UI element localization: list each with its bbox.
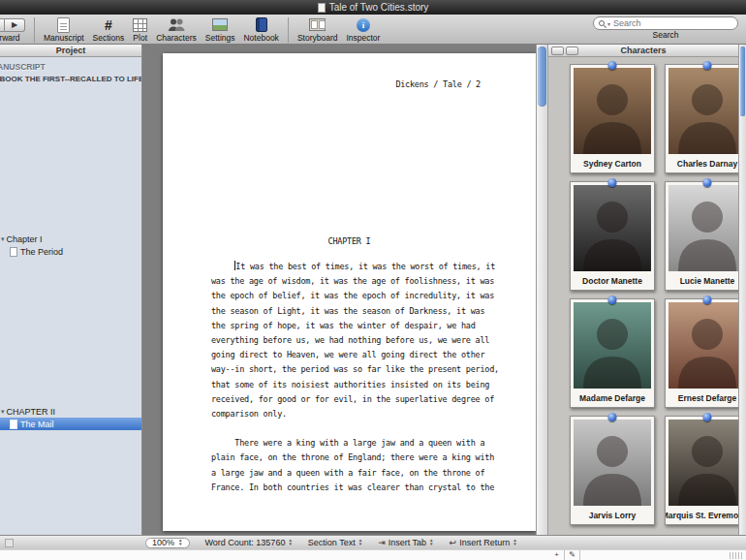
characters-pane-header: Characters — [548, 45, 738, 57]
pushpin-icon — [608, 413, 617, 421]
character-name: Charles Darnay — [666, 154, 738, 172]
character-name: Doctor Manette — [571, 271, 654, 290]
search-menu-icon[interactable]: ▾ — [607, 20, 610, 27]
add-character-button[interactable]: + — [549, 550, 565, 560]
toolbar: ◀ ▶ Forward Manuscript # Sections Plot — [0, 15, 746, 45]
insert-tab-menu[interactable]: ⇥ Insert Tab ▲▼ — [378, 538, 433, 547]
characters-panel: Characters Sydney CartonCharles DarnayDo… — [548, 45, 738, 535]
toolbar-separator — [34, 17, 35, 43]
forward-button[interactable]: ▶ — [5, 18, 25, 32]
text-line: a large jaw and a queen with a fair face… — [211, 466, 482, 481]
search-field[interactable]: ▾ — [593, 16, 738, 30]
zoom-value: 100% — [152, 538, 174, 547]
section-style-menu[interactable]: Section Text ▲▼ — [308, 538, 362, 547]
pushpin-icon — [703, 61, 712, 70]
character-name: Marquis St. Evremonde — [666, 506, 738, 524]
text-line: It was the best of times, it was the wor… — [211, 260, 482, 274]
storyboard-button[interactable]: Storyboard — [297, 16, 338, 43]
plot-icon — [133, 18, 147, 32]
plot-button[interactable]: Plot — [133, 16, 147, 43]
search-icon — [599, 20, 605, 26]
document-icon — [10, 420, 17, 429]
word-count-menu[interactable]: Word Count: 135760 ▲▼ — [205, 538, 293, 547]
editor-scrollbar[interactable] — [536, 45, 548, 535]
character-name: Jarvis Lorry — [571, 506, 654, 524]
character-card[interactable]: Lucie Manette — [665, 181, 738, 291]
manuscript-button[interactable]: Manuscript — [44, 16, 84, 43]
pushpin-icon — [703, 413, 712, 421]
nav-label: Forward — [0, 33, 20, 43]
character-card[interactable]: Madame Defarge — [570, 298, 655, 408]
text-line: that some of its noisiest authorities in… — [211, 378, 482, 392]
pushpin-icon — [608, 178, 617, 187]
popup-arrows-icon: ▲▼ — [513, 539, 516, 546]
settings-icon — [212, 18, 228, 31]
sidebar-item[interactable]: The Mail — [0, 418, 141, 430]
character-photo — [668, 185, 738, 271]
character-card[interactable]: Ernest Defarge — [665, 298, 738, 408]
disclosure-triangle-icon[interactable]: ▾ — [1, 408, 5, 416]
character-card[interactable]: Marquis St. Evremonde — [665, 416, 738, 525]
storyboard-icon — [309, 18, 326, 31]
character-card[interactable]: Doctor Manette — [570, 181, 655, 291]
text-line: was the age of wisdom, it was the age of… — [211, 274, 482, 289]
blank-line — [211, 421, 482, 436]
character-name: Ernest Defarge — [666, 389, 738, 407]
text-line: received, for good or for evil, in the s… — [211, 392, 482, 407]
character-card[interactable]: Sydney Carton — [570, 64, 655, 173]
search-label: Search — [653, 30, 679, 40]
text-line: France. In both countries it was clearer… — [211, 481, 482, 495]
editor-area[interactable]: Dickens / Tale / 2 CHAPTER I It was the … — [142, 45, 536, 535]
character-name: Madame Defarge — [571, 389, 654, 407]
text-line: going direct to Heaven, we were all goin… — [211, 348, 482, 362]
sidebar-item[interactable]: ▾BOOK THE FIRST--RECALLED TO LIFE — [0, 73, 141, 85]
page-header: Dickens / Tale / 2 — [163, 79, 481, 89]
text-line: comparison only. — [211, 407, 482, 421]
list-view-button[interactable] — [566, 47, 578, 55]
edit-character-button[interactable]: ✎ — [565, 550, 580, 560]
text-caret — [234, 261, 235, 270]
text-line: way--in short, the period was so far lik… — [211, 362, 482, 377]
settings-button[interactable]: Settings — [205, 16, 235, 43]
search-input[interactable] — [613, 18, 732, 28]
panel-scroll-thumb[interactable] — [740, 47, 745, 116]
text-line: There were a king with a large jaw and a… — [211, 436, 482, 451]
sections-button[interactable]: # Sections — [93, 16, 125, 43]
character-card[interactable]: Charles Darnay — [665, 64, 738, 173]
text-line: the spring of hope, it was the winter of… — [211, 319, 482, 333]
bottom-strip: + ✎ — [0, 549, 746, 560]
text-line: the season of Light, it was the season o… — [211, 304, 482, 319]
character-photo — [574, 185, 651, 271]
popup-arrows-icon: ▲▼ — [429, 539, 433, 546]
sidebar-item-label: Chapter I — [7, 234, 43, 244]
zoom-control[interactable]: 100% ▲▼ — [145, 538, 190, 548]
resize-grip-icon[interactable] — [730, 552, 743, 559]
disclosure-triangle-icon[interactable]: ▾ — [1, 235, 5, 243]
text-line: everything before us, we had nothing bef… — [211, 333, 482, 348]
insert-return-label: Insert Return — [459, 538, 510, 547]
panel-scrollbar[interactable] — [738, 45, 746, 535]
pushpin-icon — [703, 178, 712, 187]
app-window: Tale of Two Cities.story ◀ ▶ Forward Man… — [0, 0, 746, 560]
inspector-button[interactable]: i Inspector — [346, 16, 380, 43]
sidebar-item[interactable]: ▾Chapter I — [0, 233, 141, 245]
pane-splitter-grip[interactable] — [5, 539, 14, 547]
character-name: Lucie Manette — [666, 271, 738, 290]
inspector-icon: i — [357, 18, 370, 32]
notebook-icon — [256, 17, 267, 32]
insert-return-menu[interactable]: ↩ Insert Return ▲▼ — [450, 538, 517, 547]
character-card[interactable]: Jarvis Lorry — [570, 416, 655, 525]
manuscript-page[interactable]: Dickens / Tale / 2 CHAPTER I It was the … — [163, 53, 536, 531]
editor-scroll-thumb[interactable] — [538, 47, 546, 107]
grid-view-button[interactable] — [551, 47, 564, 55]
search-control: ▾ Search — [593, 16, 738, 40]
characters-button[interactable]: Characters — [156, 16, 197, 43]
status-bar: 100% ▲▼ Word Count: 135760 ▲▼ Section Te… — [0, 535, 746, 549]
insert-tab-label: Insert Tab — [389, 538, 426, 547]
notebook-button[interactable]: Notebook — [243, 16, 278, 43]
sidebar-item[interactable]: MANUSCRIPT — [0, 60, 141, 73]
character-name: Sydney Carton — [571, 154, 654, 172]
manuscript-text[interactable]: It was the best of times, it was the wor… — [211, 260, 482, 495]
sidebar-item[interactable]: The Period — [0, 245, 141, 258]
sidebar-item[interactable]: ▾CHAPTER II — [0, 405, 141, 418]
